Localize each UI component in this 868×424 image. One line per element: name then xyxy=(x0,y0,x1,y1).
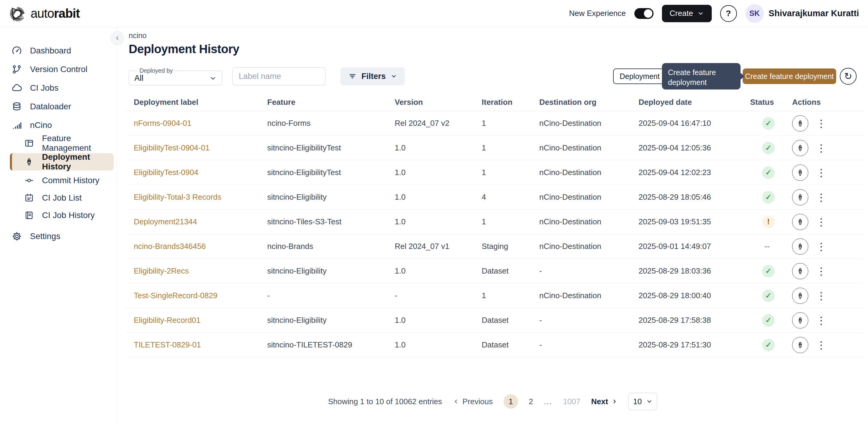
rocket-action-button[interactable] xyxy=(792,140,808,156)
feature-cell: sitncino-TILETEST-0829 xyxy=(267,340,395,349)
rocket-action-button[interactable] xyxy=(792,337,808,353)
deployment-label-link[interactable]: EligibilityTest-0904-01 xyxy=(134,143,210,152)
refresh-button[interactable]: ↻ xyxy=(840,68,857,85)
page-button-1[interactable]: 1 xyxy=(504,394,518,409)
deployment-label-link[interactable]: Eligibility-Record01 xyxy=(134,316,200,324)
table-row: Eligibility-Record01 sitncino-Eligibilit… xyxy=(126,308,864,333)
status-success-icon: ✓ xyxy=(762,191,775,204)
sidebar-item-commit-history[interactable]: Commit History xyxy=(0,172,117,189)
sidebar-item-dataloader[interactable]: Dataloader xyxy=(0,97,117,116)
deployed-date-cell: 2025-08-29 18:00:40 xyxy=(639,291,750,300)
sidebar-item-settings[interactable]: Settings xyxy=(0,227,117,246)
create-feature-deployment-button[interactable]: Create feature deployment xyxy=(743,68,836,84)
feature-cell: sitncino-EligibilityTest xyxy=(267,143,395,152)
sidebar-collapse-button[interactable] xyxy=(111,31,124,45)
sidebar-item-feature-management[interactable]: Feature Management xyxy=(0,135,117,152)
deployment-label-link[interactable]: nForms-0904-01 xyxy=(134,119,191,128)
list-calendar-icon xyxy=(24,193,34,203)
kebab-menu-button[interactable]: ⋮ xyxy=(814,143,828,153)
rocket-icon xyxy=(796,119,805,128)
kebab-menu-button[interactable]: ⋮ xyxy=(814,168,828,178)
create-button[interactable]: Create xyxy=(662,5,712,22)
page-size-select[interactable]: 10 xyxy=(628,393,657,410)
rocket-action-button[interactable] xyxy=(792,115,808,132)
new-experience-toggle[interactable] xyxy=(634,8,654,19)
deployment-label-link[interactable]: TILETEST-0829-01 xyxy=(134,340,201,349)
deployment-label-link[interactable]: Deployment21344 xyxy=(134,217,197,226)
kebab-menu-button[interactable]: ⋮ xyxy=(814,266,828,276)
kebab-menu-button[interactable]: ⋮ xyxy=(814,340,828,350)
filters-button[interactable]: Filters xyxy=(340,67,405,85)
deployed-by-select[interactable]: Deployed by All xyxy=(129,67,222,85)
label-name-input[interactable] xyxy=(232,67,326,85)
iteration-cell: Dataset xyxy=(482,266,539,276)
user-menu[interactable]: SK Shivarajkumar Kuratti xyxy=(745,4,859,23)
kebab-menu-button[interactable]: ⋮ xyxy=(814,242,828,252)
rocket-action-button[interactable] xyxy=(792,288,808,304)
rocket-action-button[interactable] xyxy=(792,312,808,329)
column-header: Feature xyxy=(267,97,395,107)
gear-icon xyxy=(11,231,22,242)
rocket-icon xyxy=(24,157,34,167)
kebab-menu-button[interactable]: ⋮ xyxy=(814,118,828,129)
rocket-action-button[interactable] xyxy=(792,189,808,205)
iteration-cell: Staging xyxy=(482,242,539,251)
app-header: autorabit New Experience Create ? SK Shi… xyxy=(0,0,868,27)
sidebar-item-dashboard[interactable]: Dashboard xyxy=(0,41,117,60)
next-page-button[interactable]: Next xyxy=(591,397,618,406)
deployment-label-link[interactable]: Eligibility-2Recs xyxy=(134,266,189,275)
deployed-by-label: Deployed by xyxy=(137,67,175,74)
filter-lines-icon xyxy=(348,72,356,81)
commit-icon xyxy=(24,175,34,186)
deployment-label-link[interactable]: EligibilityTest-0904 xyxy=(134,168,198,177)
dashboard-gauge-icon xyxy=(11,45,22,56)
page-button-1007[interactable]: 1007 xyxy=(563,397,580,406)
version-cell: 1.0 xyxy=(395,193,482,202)
page-button-2[interactable]: 2 xyxy=(529,397,533,406)
rocket-action-button[interactable] xyxy=(792,238,808,255)
sidebar-item-deployment-history[interactable]: Deployment History xyxy=(10,153,114,171)
sidebar-item-ncino[interactable]: nCino xyxy=(0,116,117,135)
deployment-label-link[interactable]: Eligibility-Total-3 Records xyxy=(134,193,221,201)
kebab-menu-button[interactable]: ⋮ xyxy=(814,291,828,301)
breadcrumb[interactable]: ncino xyxy=(129,31,147,40)
sidebar-item-version-control[interactable]: Version Control xyxy=(0,60,117,79)
rocket-icon xyxy=(796,193,805,202)
rocket-action-button[interactable] xyxy=(792,165,808,181)
sidebar-item-ci-job-list[interactable]: CI Job List xyxy=(0,189,117,206)
main-content: ncino Deployment History Deployed by All… xyxy=(117,27,868,424)
rocket-action-button[interactable] xyxy=(792,214,808,230)
deployment-label-link[interactable]: ncino-Brands346456 xyxy=(134,242,206,251)
sidebar-item-ci-job-history[interactable]: CI Job History xyxy=(0,206,117,224)
kebab-menu-button[interactable]: ⋮ xyxy=(814,192,828,202)
next-label: Next xyxy=(591,397,608,406)
sidebar-item-ci-jobs[interactable]: CI Jobs xyxy=(0,79,117,97)
deployment-label-link[interactable]: Test-SingleRecord-0829 xyxy=(134,291,217,300)
destination-org-cell: - xyxy=(539,266,639,276)
rocket-action-button[interactable] xyxy=(792,263,808,279)
column-header: Actions xyxy=(792,97,864,107)
kebab-menu-button[interactable]: ⋮ xyxy=(814,315,828,326)
table-row: Eligibility-2Recs sitncino-Eligibility 1… xyxy=(126,259,864,283)
database-icon xyxy=(11,101,22,112)
logo-wordmark: autorabit xyxy=(31,6,80,21)
deployed-date-cell: 2025-09-01 14:49:07 xyxy=(639,242,750,251)
refresh-icon: ↻ xyxy=(844,70,852,82)
kebab-menu-button[interactable]: ⋮ xyxy=(814,217,828,227)
cloud-icon xyxy=(11,83,22,93)
autorabit-logo[interactable]: autorabit xyxy=(9,5,80,22)
git-branch-icon xyxy=(11,64,22,75)
sidebar-item-label: Dashboard xyxy=(30,46,71,56)
rocket-icon xyxy=(796,168,805,177)
previous-page-button[interactable]: Previous xyxy=(453,397,493,406)
table-row: nForms-0904-01 ncino-Forms Rel 2024_07 v… xyxy=(126,111,864,136)
chevron-left-icon xyxy=(114,35,120,41)
sidebar-item-label: CI Job History xyxy=(42,210,95,220)
rocket-icon xyxy=(796,341,805,349)
iteration-cell: 1 xyxy=(482,168,539,177)
destination-org-cell: - xyxy=(539,316,639,325)
help-button[interactable]: ? xyxy=(720,5,737,22)
rocket-icon xyxy=(796,291,805,300)
deployed-date-cell: 2025-08-29 17:51:30 xyxy=(639,340,750,349)
status-success-icon: ✓ xyxy=(762,142,775,154)
